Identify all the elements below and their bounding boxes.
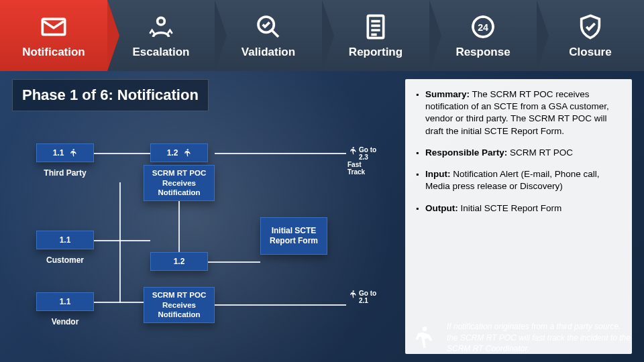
flow-node-tp-num2: 1.2 — [150, 143, 208, 162]
runner-icon — [347, 146, 357, 156]
nav-step-escalation[interactable]: Escalation — [107, 0, 215, 71]
flow-connector — [94, 302, 144, 303]
person-up-icon — [146, 12, 176, 42]
nav-step-notification[interactable]: Notification — [0, 0, 107, 71]
flow-node-tp-desc: SCRM RT POC Receives Notification — [144, 165, 215, 201]
summary-panel: Summary: The SCRM RT POC receives notifi… — [405, 79, 632, 354]
magnify-check-icon — [254, 12, 283, 42]
flow-node-tp-num: 1.1 — [36, 143, 94, 162]
flow-connector — [178, 201, 180, 252]
flow-connector — [208, 261, 260, 263]
footer-note: If notification originates from a third … — [404, 321, 632, 354]
flow-node-tp-label: Third Party — [36, 165, 94, 181]
doc-lines-icon — [361, 12, 390, 42]
responsible-text: SCRM RT POC — [510, 147, 573, 158]
badge-24-icon — [468, 12, 498, 42]
flowchart: 1.1 Third Party 1.2 SCRM RT POC Receives… — [12, 115, 394, 357]
flow-node-vend-label: Vendor — [36, 314, 94, 330]
nav-step-closure[interactable]: Closure — [537, 0, 644, 71]
nav-label: Escalation — [132, 46, 189, 59]
nav-label: Response — [455, 46, 510, 59]
flow-goto-fasttrack: Go to 2.3 Fast Track — [347, 146, 378, 176]
runner-icon — [347, 290, 357, 299]
nav-step-reporting[interactable]: Reporting — [322, 0, 429, 71]
flow-goto-21: Go to 2.1 — [347, 290, 378, 304]
output-item: Output: Initial SCTE Report Form — [416, 202, 621, 215]
nav-label: Notification — [22, 46, 85, 59]
input-item: Input: Notification Alert (E-mail, Phone… — [416, 168, 621, 192]
nav-label: Reporting — [349, 46, 402, 59]
phase-title: Phase 1 of 6: Notification — [12, 79, 209, 111]
flow-node-vend-num: 1.1 — [36, 292, 94, 311]
flow-connector — [94, 240, 150, 241]
flow-num-text: 1.1 — [53, 148, 64, 158]
goto-text: Go to 2.1 — [359, 290, 376, 304]
responsible-item: Responsible Party: SCRM RT POC — [416, 147, 621, 159]
flow-connector — [94, 153, 150, 154]
nav-step-response[interactable]: Response — [429, 0, 537, 71]
flow-connector — [215, 153, 346, 154]
footer-text: If notification originates from a third … — [447, 321, 632, 354]
responsible-label: Responsible Party: — [425, 147, 507, 158]
nav-step-validation[interactable]: Validation — [215, 0, 322, 71]
nav-label: Validation — [241, 46, 295, 59]
flow-num-text: 1.2 — [167, 148, 178, 158]
flow-node-cust-num2: 1.2 — [150, 252, 208, 271]
summary-item: Summary: The SCRM RT POC receives notifi… — [416, 88, 621, 137]
flow-connector — [215, 304, 346, 306]
flow-node-cust-num: 1.1 — [36, 231, 94, 249]
flow-connector — [119, 182, 121, 303]
flow-node-vend-desc: SCRM RT POC Receives Notification — [144, 287, 215, 323]
input-label: Input: — [425, 169, 450, 179]
flow-node-cust-label: Customer — [36, 252, 94, 268]
shield-check-icon — [576, 12, 605, 42]
output-text: Initial SCTE Report Form — [461, 203, 562, 213]
runner-icon — [182, 148, 191, 158]
runner-icon — [404, 324, 439, 351]
output-label: Output: — [425, 203, 458, 213]
runner-icon — [68, 148, 77, 158]
flow-node-initial: Initial SCTE Report Form — [260, 217, 327, 255]
input-text: Notification Alert (E-mail, Phone call, … — [425, 169, 600, 191]
summary-label: Summary: — [425, 89, 470, 99]
nav-label: Closure — [569, 46, 611, 59]
process-nav: Notification Escalation Validation Repor… — [0, 0, 644, 71]
mail-icon — [39, 12, 68, 42]
